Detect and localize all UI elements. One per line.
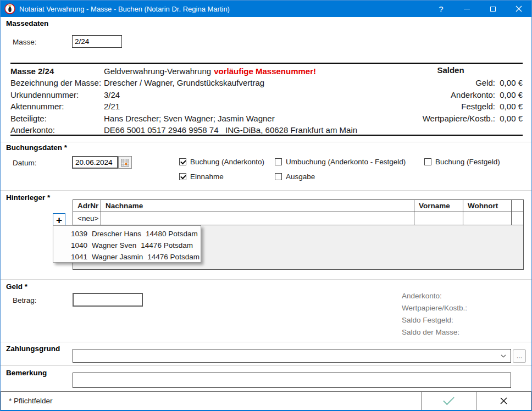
- dropdown-item-adrnr: 1039: [71, 230, 87, 238]
- datum-input[interactable]: [72, 156, 118, 169]
- app-window: Notariat Verwahrung - Masse - Buchen (No…: [0, 0, 532, 411]
- x-icon: [500, 397, 508, 405]
- label-saldo-der-masse: Saldo der Masse:: [402, 328, 459, 336]
- dropdown-item-adrnr: 1041: [71, 253, 87, 261]
- titlebar: Notariat Verwahrung - Masse - Buchen (No…: [1, 1, 531, 17]
- dropdown-item-ort: 14480 Potsdam: [146, 230, 198, 238]
- betrag-label: Betrag:: [13, 296, 37, 304]
- checkbox-box[interactable]: [179, 173, 186, 180]
- new-row-nachname-cell[interactable]: [101, 212, 414, 225]
- section-divider: [1, 279, 531, 280]
- calendar-button[interactable]: [118, 156, 132, 169]
- checkbox-label: Einnahme: [190, 173, 224, 181]
- salden-row: Anderkonto:0,00 €: [406, 89, 523, 101]
- ok-button[interactable]: [421, 391, 476, 410]
- new-row-wohnort-cell[interactable]: [463, 212, 512, 225]
- info-header-label: Masse 2/24: [10, 66, 104, 76]
- bemerkung-input[interactable]: [73, 373, 511, 388]
- window-title: Notariat Verwahrung - Masse - Buchen (No…: [19, 5, 230, 13]
- section-title-buchungsdaten: Buchungsdaten *: [6, 143, 67, 152]
- add-hinterleger-button[interactable]: +: [53, 213, 65, 226]
- dropdown-item[interactable]: 1039 Drescher Hans 14480 Potsdam: [53, 228, 201, 240]
- label-saldo-festgeld: Saldo Festgeld:: [402, 316, 453, 324]
- checkbox-label: Ausgabe: [286, 173, 315, 181]
- plus-icon: +: [56, 215, 62, 225]
- checkbox-box[interactable]: [179, 158, 186, 165]
- minimize-icon: [464, 9, 470, 9]
- dropdown-item-ort: 14476 Potsdam: [147, 253, 199, 261]
- section-divider: [1, 342, 531, 342]
- checkbox-buchung-anderkonto[interactable]: Buchung (Anderkonto): [179, 157, 264, 166]
- label-wertpapiere-kostb: Wertpapiere/Kostb.:: [402, 304, 467, 312]
- checkbox-umbuchung-anderkonto-festgeld[interactable]: Umbuchung (Anderkonto - Festgeld): [275, 157, 406, 166]
- info-row: Aktennummer: 2/21: [10, 101, 120, 112]
- info-row: Anderkonto: DE66 5001 0517 2946 9958 74 …: [10, 124, 357, 136]
- chevron-down-icon: [501, 354, 506, 358]
- salden-row: Geld:0,00 €: [406, 77, 523, 88]
- dropdown-item[interactable]: 1041 Wagner Jasmin 14476 Potsdam: [53, 251, 201, 263]
- section-divider: [1, 190, 531, 191]
- datum-label: Datum:: [13, 159, 37, 167]
- dropdown-item-adrnr: 1040: [71, 241, 87, 249]
- minimize-button[interactable]: [454, 1, 480, 17]
- browse-button[interactable]: ...: [513, 349, 526, 363]
- checkbox-ausgabe[interactable]: Ausgabe: [275, 172, 315, 181]
- titlebar-buttons: ?: [428, 1, 531, 17]
- column-header-nachname: Nachname: [101, 200, 414, 212]
- calendar-icon: [121, 159, 129, 166]
- address-dropdown: 1039 Drescher Hans 14480 Potsdam 1040 Wa…: [53, 225, 201, 263]
- info-row: Bezeichnung der Masse: Drescher / Wagner…: [10, 77, 264, 88]
- masse-input[interactable]: [72, 35, 122, 48]
- checkbox-box[interactable]: [275, 158, 282, 165]
- info-row: Beteiligte: Hans Drescher; Sven Wagner; …: [10, 113, 275, 124]
- section-divider: [1, 365, 531, 366]
- close-icon: [516, 5, 522, 12]
- info-row: Urkundennummer: 3/24: [10, 89, 120, 101]
- checkbox-box[interactable]: [424, 158, 431, 165]
- salden-title: Salden: [406, 65, 495, 75]
- info-header-value: Geldverwahrung-Verwahrungvorläufige Mass…: [104, 66, 316, 76]
- provisional-number-warning: vorläufige Massenummer!: [214, 66, 316, 76]
- new-row-empty-cell[interactable]: [512, 212, 523, 225]
- betrag-input[interactable]: [73, 293, 143, 307]
- column-header-wohnort: Wohnort: [463, 200, 512, 212]
- checkbox-buchung-festgeld[interactable]: Buchung (Festgeld): [424, 157, 500, 166]
- new-row-vorname-cell[interactable]: [414, 212, 463, 225]
- close-button[interactable]: [506, 1, 531, 17]
- help-button[interactable]: ?: [428, 1, 454, 17]
- dropdown-item-ort: 14476 Potsdam: [141, 241, 193, 249]
- new-row-adrnr-cell[interactable]: <neu>: [73, 212, 101, 225]
- checkbox-label: Buchung (Festgeld): [435, 158, 500, 166]
- column-header-vorname: Vorname: [414, 200, 463, 212]
- app-icon: [4, 3, 15, 14]
- maximize-icon: [490, 7, 496, 12]
- dropdown-item-name: Wagner Sven: [92, 241, 136, 249]
- section-title-massedaten: Massedaten: [6, 19, 48, 27]
- maximize-button[interactable]: [480, 1, 506, 17]
- section-title-zahlungsgrund: Zahlungsgrund: [6, 345, 60, 353]
- zahlungsgrund-combobox[interactable]: [73, 349, 511, 363]
- dropdown-item-name: Wagner Jasmin: [92, 253, 143, 261]
- salden-row: Festgeld:0,00 €: [406, 101, 523, 112]
- cancel-button[interactable]: [476, 391, 531, 410]
- masse-label: Masse:: [13, 38, 37, 46]
- label-anderkonto: Anderkonto:: [402, 292, 442, 300]
- pflichtfelder-note: * Pflichtfelder: [1, 391, 422, 410]
- dropdown-item[interactable]: 1040 Wagner Sven 14476 Potsdam: [53, 240, 201, 251]
- checkbox-label: Buchung (Anderkonto): [190, 158, 264, 166]
- checkbox-einnahme[interactable]: Einnahme: [179, 172, 224, 181]
- ellipsis-icon: ...: [517, 352, 522, 360]
- section-divider: [1, 142, 531, 142]
- section-title-hinterleger: Hinterleger *: [6, 193, 50, 202]
- masse-info-panel: Masse 2/24 Geldverwahrung-Verwahrungvorl…: [10, 63, 523, 136]
- dropdown-item-name: Drescher Hans: [92, 230, 141, 238]
- salden-row: Wertpapiere/Kostb.:0,00 €: [406, 113, 523, 124]
- checkbox-label: Umbuchung (Anderkonto - Festgeld): [286, 158, 406, 166]
- info-row-header: Masse 2/24 Geldverwahrung-Verwahrungvorl…: [10, 65, 316, 77]
- section-title-geld: Geld *: [6, 282, 27, 291]
- column-header-empty: [512, 200, 523, 212]
- salden-panel: Salden Geld:0,00 € Anderkonto:0,00 € Fes…: [406, 64, 523, 135]
- checkbox-box[interactable]: [275, 173, 282, 180]
- section-title-bemerkung: Bemerkung: [6, 369, 47, 377]
- check-icon: [443, 394, 455, 406]
